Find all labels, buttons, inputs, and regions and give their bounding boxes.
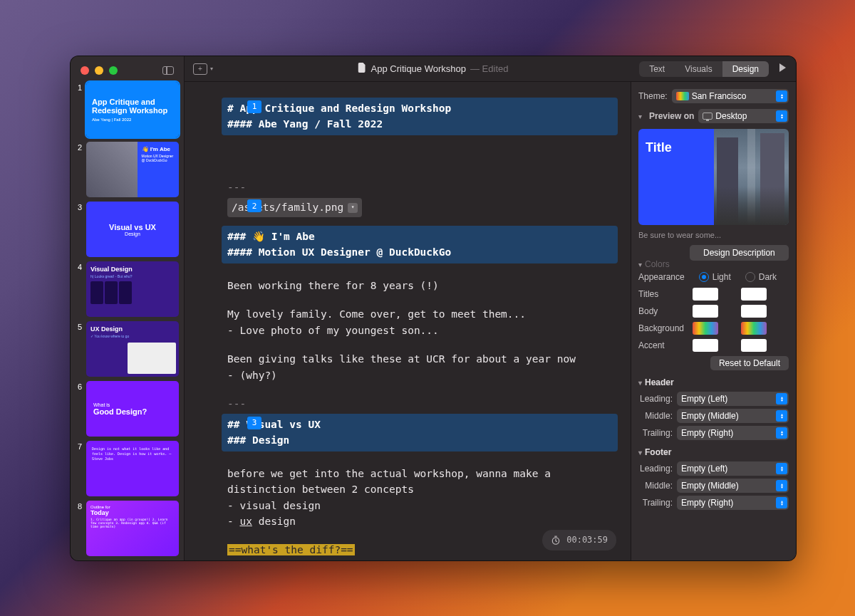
thumb-number: 7 <box>78 442 82 451</box>
document-icon <box>358 63 367 75</box>
header-middle-select[interactable]: Empty (Middle)▴▾ <box>677 409 789 423</box>
theme-preview: Title <box>638 129 789 225</box>
view-tab-design[interactable]: Design <box>722 61 769 77</box>
monitor-icon <box>703 113 712 120</box>
titles-light-swatch[interactable] <box>693 288 718 301</box>
preview-title: Title <box>646 140 672 155</box>
accent-light-swatch[interactable] <box>693 339 718 352</box>
zoom-window[interactable] <box>109 66 118 75</box>
theme-value: San Francisco <box>692 91 747 101</box>
slide-marker-1[interactable]: 1 <box>247 100 261 113</box>
view-tab-text[interactable]: Text <box>639 61 675 77</box>
disclosure-icon[interactable]: ▾ <box>638 449 642 456</box>
leading-label: Leading: <box>638 394 673 404</box>
trailing-label: Trailing: <box>638 498 673 508</box>
play-button[interactable] <box>777 63 787 75</box>
editor-divider: --- <box>227 396 612 412</box>
background-dark-swatch[interactable] <box>741 322 767 335</box>
window-controls <box>71 56 184 75</box>
titles-color-label: Titles <box>638 289 693 299</box>
appearance-dark-radio[interactable]: Dark <box>745 272 777 282</box>
editor-highlight: ==what's the diff?== <box>227 544 355 555</box>
thumb-3[interactable]: 3 Visual vs UX Design <box>75 202 180 257</box>
thumb-number: 5 <box>78 323 82 331</box>
thumb-sub: Abe Yang | Fall 2022 <box>92 118 173 122</box>
thumb-sub: ✓ You know where to go <box>90 334 175 338</box>
accent-dark-swatch[interactable] <box>741 339 767 352</box>
editor-line: ### 👋 I'm Abe <box>227 229 612 244</box>
markdown-editor[interactable]: 1 # App Critique and Redesign Workshop #… <box>185 82 631 560</box>
thumb-1[interactable]: 1 App Critique and Redesign Workshop Abe… <box>75 82 180 137</box>
app-window: 1 App Critique and Redesign Workshop Abe… <box>70 56 797 561</box>
document-edited-label: Edited <box>482 63 509 74</box>
colors-section-label: Colors <box>645 259 670 269</box>
document-title[interactable]: App Critique Workshop — Edited <box>358 63 509 75</box>
disclosure-icon[interactable]: ▾ <box>638 379 642 387</box>
disclosure-icon[interactable]: ▾ <box>638 261 642 268</box>
thumb-title: Today <box>90 509 175 516</box>
slide-marker-2[interactable]: 2 <box>247 199 261 212</box>
add-slide-menu-chevron[interactable]: ▾ <box>210 66 213 72</box>
appearance-label: Appearance <box>638 272 685 282</box>
thumb-number: 4 <box>78 263 82 271</box>
thumb-8[interactable]: 8 Outline for Today 1. Critique an app (… <box>75 501 180 556</box>
preview-device-select[interactable]: Desktop ▴▾ <box>698 109 789 123</box>
thumb-title: UX Design <box>90 325 175 333</box>
chevron-down-icon[interactable]: ▾ <box>348 203 358 213</box>
slide-sidebar: 1 App Critique and Redesign Workshop Abe… <box>71 56 185 560</box>
thumb-4[interactable]: 4 Visual Design h) Looks great! - But wh… <box>75 261 180 317</box>
document-title-text: App Critique Workshop <box>371 63 466 74</box>
appearance-light-radio[interactable]: Light <box>699 272 731 282</box>
disclosure-icon[interactable]: ▾ <box>638 113 642 120</box>
thumb-5[interactable]: 5 UX Design ✓ You know where to go <box>75 321 180 377</box>
body-dark-swatch[interactable] <box>741 305 767 318</box>
editor-line: #### Motion UX Designer @ DuckDuckGo <box>227 244 612 260</box>
editor-line: Been working there for 8 years (!) <box>227 278 612 293</box>
reset-colors-button[interactable]: Reset to Default <box>710 356 789 370</box>
thumb-items: 1. Critique an app (in groups!) 2. Learn… <box>90 518 175 528</box>
toggle-sidebar-icon[interactable] <box>162 66 174 75</box>
clock-icon <box>551 536 561 545</box>
editor-line: Been giving talks like these at UCR for … <box>227 351 612 367</box>
thumb-6[interactable]: 6 What is Good Design? <box>75 381 180 437</box>
thumb-sub: h) Looks great! - But who? <box>90 274 175 278</box>
timer-pill[interactable]: 00:03:59 <box>542 530 616 550</box>
preview-on-value: Desktop <box>715 111 747 121</box>
thumb-number: 1 <box>78 83 82 92</box>
close-window[interactable] <box>81 66 89 75</box>
trailing-label: Trailing: <box>638 428 673 438</box>
thumbnail-list: 1 App Critique and Redesign Workshop Abe… <box>71 75 184 560</box>
preview-hint: Be sure to wear some... <box>638 231 789 239</box>
thumb-title: Good Design? <box>93 407 172 416</box>
design-description-button[interactable]: Design Description <box>690 245 789 261</box>
theme-label: Theme: <box>638 91 668 101</box>
footer-middle-select[interactable]: Empty (Middle)▴▾ <box>677 479 789 493</box>
background-light-swatch[interactable] <box>693 322 718 335</box>
footer-trailing-select[interactable]: Empty (Right)▴▾ <box>677 496 789 510</box>
thumb-sub: Motion UX Designer @ DuckDuckGo <box>142 154 175 162</box>
editor-line: - ux design <box>227 513 612 529</box>
view-tab-visuals[interactable]: Visuals <box>675 61 722 77</box>
design-inspector: Theme: San Francisco ▴▾ ▾ Preview on Des… <box>631 82 796 560</box>
middle-label: Middle: <box>638 481 673 491</box>
titles-dark-swatch[interactable] <box>741 288 767 301</box>
footer-leading-select[interactable]: Empty (Left)▴▾ <box>677 461 789 476</box>
editor-line: #### Abe Yang / Fall 2022 <box>227 116 612 132</box>
theme-select[interactable]: San Francisco ▴▾ <box>672 89 789 103</box>
editor-divider: --- <box>227 179 612 195</box>
body-light-swatch[interactable] <box>693 305 718 318</box>
header-trailing-select[interactable]: Empty (Right)▴▾ <box>677 426 789 440</box>
header-leading-select[interactable]: Empty (Left)▴▾ <box>677 392 789 406</box>
footer-section-label: Footer <box>645 447 671 457</box>
thumb-7[interactable]: 7 Design is not what it looks like and f… <box>75 441 180 496</box>
main-area: + ▾ App Critique Workshop — Edited Text … <box>185 56 796 560</box>
thumb-2[interactable]: 2 👋 I'm Abe Motion UX Designer @ DuckDuc… <box>75 142 180 197</box>
theme-swatch-icon <box>676 92 689 100</box>
light-label: Light <box>712 272 731 282</box>
toolbar: + ▾ App Critique Workshop — Edited Text … <box>185 56 796 82</box>
minimize-window[interactable] <box>95 66 103 75</box>
editor-line: My lovely family. Come over, get to meet… <box>227 306 612 322</box>
editor-line: ## Visual vs UX <box>227 417 612 432</box>
slide-marker-3[interactable]: 3 <box>247 417 261 429</box>
add-slide-button[interactable]: + <box>193 63 207 75</box>
